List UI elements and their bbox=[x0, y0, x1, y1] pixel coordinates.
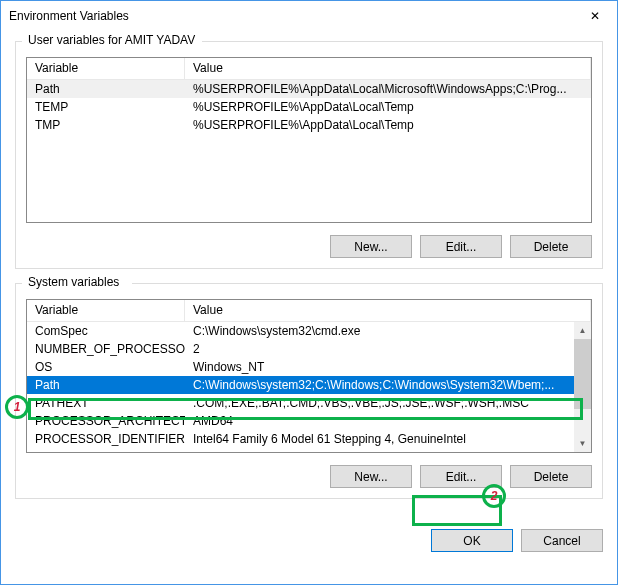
system-table-header: Variable Value bbox=[27, 300, 591, 322]
dialog-button-row: OK Cancel bbox=[1, 523, 617, 564]
cancel-button[interactable]: Cancel bbox=[521, 529, 603, 552]
table-row[interactable]: PROCESSOR_IDENTIFIER Intel64 Family 6 Mo… bbox=[27, 430, 574, 448]
scroll-down-icon[interactable]: ▼ bbox=[574, 435, 591, 452]
scroll-thumb[interactable] bbox=[574, 339, 591, 409]
table-row[interactable]: ComSpec C:\Windows\system32\cmd.exe bbox=[27, 322, 574, 340]
table-row[interactable]: PROCESSOR_ARCHITECTURE AMD64 bbox=[27, 412, 574, 430]
system-variables-group: System variables Variable Value ComSpec … bbox=[15, 283, 603, 499]
system-button-row: New... Edit... Delete bbox=[26, 465, 592, 488]
system-new-button[interactable]: New... bbox=[330, 465, 412, 488]
dialog-content: User variables for AMIT YADAV Variable V… bbox=[1, 31, 617, 523]
table-row[interactable]: OS Windows_NT bbox=[27, 358, 574, 376]
col-variable[interactable]: Variable bbox=[27, 300, 185, 321]
table-row[interactable]: NUMBER_OF_PROCESSORS 2 bbox=[27, 340, 574, 358]
scrollbar[interactable]: ▲ ▼ bbox=[574, 322, 591, 452]
system-variables-table[interactable]: Variable Value ComSpec C:\Windows\system… bbox=[26, 299, 592, 453]
col-variable[interactable]: Variable bbox=[27, 58, 185, 79]
titlebar: Environment Variables ✕ bbox=[1, 1, 617, 31]
table-row-selected[interactable]: Path C:\Windows\system32;C:\Windows;C:\W… bbox=[27, 376, 574, 394]
col-value[interactable]: Value bbox=[185, 300, 591, 321]
window-title: Environment Variables bbox=[9, 9, 572, 23]
col-value[interactable]: Value bbox=[185, 58, 591, 79]
user-variables-group: User variables for AMIT YADAV Variable V… bbox=[15, 41, 603, 269]
annotation-marker-1: 1 bbox=[5, 395, 29, 419]
ok-button[interactable]: OK bbox=[431, 529, 513, 552]
close-button[interactable]: ✕ bbox=[572, 1, 617, 31]
table-row[interactable]: TEMP %USERPROFILE%\AppData\Local\Temp bbox=[27, 98, 591, 116]
scroll-up-icon[interactable]: ▲ bbox=[574, 322, 591, 339]
user-new-button[interactable]: New... bbox=[330, 235, 412, 258]
user-edit-button[interactable]: Edit... bbox=[420, 235, 502, 258]
system-variables-legend: System variables bbox=[24, 275, 123, 289]
user-variables-table[interactable]: Variable Value Path %USERPROFILE%\AppDat… bbox=[26, 57, 592, 223]
user-button-row: New... Edit... Delete bbox=[26, 235, 592, 258]
table-row[interactable]: Path %USERPROFILE%\AppData\Local\Microso… bbox=[27, 80, 591, 98]
user-variables-legend: User variables for AMIT YADAV bbox=[24, 33, 199, 47]
table-row[interactable]: TMP %USERPROFILE%\AppData\Local\Temp bbox=[27, 116, 591, 134]
user-table-header: Variable Value bbox=[27, 58, 591, 80]
annotation-marker-2: 2 bbox=[482, 484, 506, 508]
user-delete-button[interactable]: Delete bbox=[510, 235, 592, 258]
table-row[interactable]: PATHEXT .COM;.EXE;.BAT;.CMD;.VBS;.VBE;.J… bbox=[27, 394, 574, 412]
close-icon: ✕ bbox=[590, 9, 600, 23]
system-delete-button[interactable]: Delete bbox=[510, 465, 592, 488]
